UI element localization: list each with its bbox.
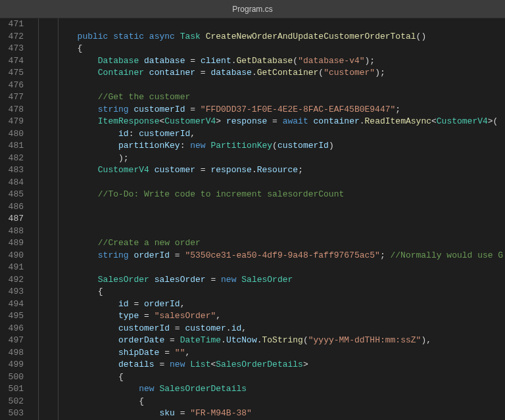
token: id bbox=[231, 323, 242, 333]
line-number: 503 bbox=[0, 408, 24, 420]
code-line[interactable]: type = "salesOrder", bbox=[67, 310, 505, 323]
line-number: 482 bbox=[0, 152, 24, 165]
code-line[interactable]: id: customerId, bbox=[67, 128, 505, 141]
token bbox=[139, 56, 144, 66]
token: UtcNow bbox=[226, 335, 257, 345]
line-number: 501 bbox=[0, 383, 24, 396]
token: ReadItemAsync bbox=[365, 116, 431, 126]
code-line[interactable]: new SalesOrderDetails bbox=[67, 383, 505, 396]
token: salesOrder bbox=[155, 275, 206, 285]
token: new bbox=[139, 384, 154, 394]
token: ( bbox=[318, 68, 324, 78]
line-number: 494 bbox=[0, 298, 24, 311]
code-line[interactable]: public static async Task CreateNewOrderA… bbox=[67, 31, 505, 43]
code-line[interactable] bbox=[67, 177, 505, 189]
code-line[interactable]: CustomerV4 customer = response.Resource; bbox=[67, 164, 505, 177]
token: ( bbox=[293, 56, 298, 66]
code-line[interactable]: //Create a new order bbox=[67, 237, 505, 250]
token bbox=[67, 92, 98, 102]
token: database bbox=[144, 56, 185, 66]
token: ; bbox=[298, 165, 303, 175]
token bbox=[149, 165, 155, 175]
code-line[interactable] bbox=[67, 201, 505, 214]
line-number: 473 bbox=[0, 43, 24, 55]
token: . bbox=[231, 56, 237, 66]
line-number: 496 bbox=[0, 323, 24, 335]
token: = bbox=[185, 56, 200, 66]
token: { bbox=[67, 372, 124, 382]
token bbox=[67, 116, 98, 126]
token: "customer" bbox=[324, 68, 375, 78]
token: ); bbox=[67, 153, 129, 163]
token: container bbox=[149, 68, 195, 78]
token: response bbox=[210, 165, 251, 175]
token: CustomerV4 bbox=[164, 116, 216, 126]
line-number: 485 bbox=[0, 189, 24, 201]
token bbox=[67, 360, 118, 369]
token: id bbox=[118, 299, 129, 309]
token: = bbox=[206, 275, 221, 285]
code-line[interactable]: details = new List<SalesOrderDetails> bbox=[67, 359, 505, 371]
token: GetDatabase bbox=[237, 56, 293, 66]
folding-margin bbox=[32, 18, 67, 420]
token: = bbox=[155, 360, 170, 369]
token bbox=[67, 408, 159, 418]
code-line[interactable]: partitionKey: new PartitionKey(customerI… bbox=[67, 140, 505, 152]
token: . bbox=[360, 116, 365, 126]
code-line[interactable]: string orderId = "5350ce31-ea50-4df9-9a4… bbox=[67, 250, 505, 262]
code-line[interactable]: { bbox=[67, 371, 505, 384]
token: , bbox=[216, 311, 221, 321]
code-line[interactable]: ItemResponse<CustomerV4> response = awai… bbox=[67, 116, 505, 128]
code-line[interactable]: SalesOrder salesOrder = new SalesOrder bbox=[67, 274, 505, 287]
code-line[interactable] bbox=[67, 213, 505, 225]
token: "5350ce31-ea50-4df9-9a48-faff97675ac5" bbox=[185, 250, 379, 260]
code-line[interactable] bbox=[67, 18, 505, 31]
code-line[interactable]: ); bbox=[67, 152, 505, 165]
token: List bbox=[190, 360, 210, 369]
token: PartitionKey bbox=[210, 141, 272, 151]
token bbox=[67, 311, 118, 321]
token: new bbox=[221, 275, 236, 285]
code-line[interactable] bbox=[67, 262, 505, 274]
code-line[interactable]: Database database = client.GetDatabase("… bbox=[67, 55, 505, 68]
token: CustomerV4 bbox=[98, 165, 149, 175]
line-number: 474 bbox=[0, 55, 24, 68]
code-area[interactable]: public static async Task CreateNewOrderA… bbox=[67, 18, 505, 420]
code-editor[interactable]: 4714724734744754764774784794804814824834… bbox=[0, 18, 505, 420]
token: details bbox=[118, 360, 155, 369]
code-line[interactable]: string customerId = "FFD0DD37-1F0E-4E2E-… bbox=[67, 104, 505, 116]
token: Task bbox=[180, 32, 201, 41]
code-line[interactable] bbox=[67, 80, 505, 92]
code-line[interactable]: shipDate = "", bbox=[67, 347, 505, 360]
code-line[interactable] bbox=[67, 225, 505, 238]
token: ItemResponse bbox=[98, 116, 160, 126]
code-line[interactable]: //Get the customer bbox=[67, 91, 505, 104]
token: "" bbox=[175, 348, 185, 358]
code-line[interactable]: customerId = customer.id, bbox=[67, 323, 505, 335]
token bbox=[308, 116, 314, 126]
token: . bbox=[221, 335, 226, 345]
token: = bbox=[159, 348, 174, 358]
token: Container bbox=[98, 68, 144, 78]
code-line[interactable]: sku = "FR-M94B-38" bbox=[67, 408, 505, 420]
token: > bbox=[303, 360, 308, 369]
code-line[interactable]: { bbox=[67, 396, 505, 408]
token: GetContainer bbox=[257, 68, 319, 78]
token: await bbox=[283, 116, 308, 126]
code-line[interactable]: orderDate = DateTime.UtcNow.ToString("yy… bbox=[67, 335, 505, 347]
token: //Create a new order bbox=[98, 238, 201, 248]
token: CreateNewOrderAndUpdateCustomerOrderTota… bbox=[206, 32, 416, 41]
code-line[interactable]: id = orderId, bbox=[67, 298, 505, 311]
code-line[interactable]: //To-Do: Write code to increment salesor… bbox=[67, 189, 505, 201]
line-number: 491 bbox=[0, 262, 24, 274]
token: orderId bbox=[144, 299, 180, 309]
code-line[interactable]: { bbox=[67, 43, 505, 55]
token: "FFD0DD37-1F0E-4E2E-8FAC-EAF45B0E9447" bbox=[201, 105, 395, 114]
line-number: 487 bbox=[0, 213, 24, 225]
code-line[interactable]: { bbox=[67, 286, 505, 298]
line-number: 488 bbox=[0, 225, 24, 238]
token: < bbox=[431, 116, 437, 126]
code-line[interactable]: Container container = database.GetContai… bbox=[67, 67, 505, 80]
token: string bbox=[98, 105, 129, 114]
token: = bbox=[195, 68, 210, 78]
